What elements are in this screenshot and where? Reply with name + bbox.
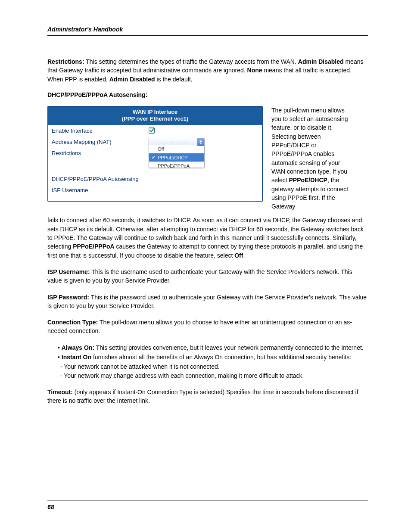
autosensing-continuation: fails to connect after 60 seconds, it sw…: [47, 216, 368, 259]
row-autosensing: DHCP/PPPoE/PPPoA Autosensing: [52, 173, 258, 184]
connection-type-list: • Always On: This setting provides conve…: [58, 343, 368, 380]
dropdown-options: Off ✓PPPoE/DHCP PPPoE/PPPoA: [149, 145, 204, 168]
row-enable-interface: Enable Interface: [52, 125, 258, 136]
autosensing-wrap-text: The pull-down menu allows you to select …: [271, 106, 353, 211]
page-header: Administrator's Handbook: [47, 26, 368, 36]
isp-username-paragraph: ISP Username: This is the username used …: [47, 268, 368, 285]
list-item-instant-on: • Instant On furnishes almost all the be…: [58, 353, 368, 361]
option-off[interactable]: Off: [149, 145, 204, 153]
option-pppoe-dhcp[interactable]: ✓PPPoE/DHCP: [149, 153, 204, 162]
row-isp-username: ISP Username: [52, 184, 258, 196]
wan-ip-interface-panel: WAN IP Interface (PPP over Ethernet vcc1…: [47, 106, 263, 202]
autosensing-heading: DHCP/PPPoE/PPPoA Autosensing:: [47, 91, 368, 98]
timeout-paragraph: Timeout: (only appears if Instant-On Con…: [47, 388, 368, 405]
isp-password-paragraph: ISP Password: This is the password used …: [47, 293, 368, 311]
check-icon: [149, 128, 154, 133]
panel-body: Enable Interface Address Mapping (NAT): [48, 125, 262, 196]
dropdown-selected: . . . . .. . .. .. . .: [149, 138, 204, 145]
list-item-always-on: • Always On: This setting provides conve…: [58, 343, 368, 352]
option-pppoe-pppoa[interactable]: PPPoE/PPPoA: [149, 162, 204, 168]
enable-interface-checkbox[interactable]: [149, 128, 155, 134]
restrictions-paragraph: Restrictions: This setting determines th…: [47, 57, 368, 84]
connection-type-paragraph: Connection Type: The pull-down menu allo…: [47, 318, 368, 336]
page-number: 68: [47, 504, 368, 510]
panel-header: WAN IP Interface (PPP over Ethernet vcc1…: [48, 107, 262, 125]
row-restrictions: Restrictions . . . . .. . .. .. . . Off …: [52, 147, 258, 159]
figure-row: WAN IP Interface (PPP over Ethernet vcc1…: [47, 106, 368, 211]
sub-item-1: - Your network cannot be attacked when i…: [60, 362, 368, 371]
restrictions-label: Restrictions:: [47, 58, 84, 65]
check-icon: ✓: [152, 155, 156, 160]
dropdown-arrows-icon: [197, 138, 204, 146]
header-title: Administrator's Handbook: [47, 26, 123, 33]
page-footer: 68: [47, 501, 368, 510]
sub-item-2: - Your network may change address with e…: [60, 371, 368, 380]
restrictions-dropdown[interactable]: . . . . .. . .. .. . . Off ✓PPPoE/DHCP P…: [149, 138, 205, 168]
